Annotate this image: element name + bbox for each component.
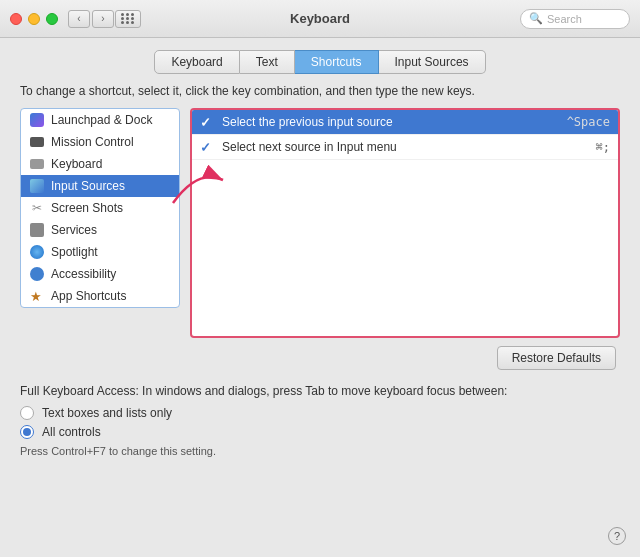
radio-option-text-boxes[interactable]: Text boxes and lists only bbox=[20, 406, 620, 420]
main-panel: Launchpad & Dock Mission Control Keyboar… bbox=[20, 108, 620, 338]
sidebar-item-label: Screen Shots bbox=[51, 201, 123, 215]
app-shortcuts-icon: ★ bbox=[29, 288, 45, 304]
traffic-lights bbox=[10, 13, 58, 25]
sidebar-item-label: Spotlight bbox=[51, 245, 98, 259]
sidebar-item-screenshots[interactable]: ✂ Screen Shots bbox=[21, 197, 179, 219]
search-bar[interactable]: 🔍 Search bbox=[520, 9, 630, 29]
shortcut-key-next: ⌘; bbox=[596, 140, 610, 154]
keyboard-icon bbox=[29, 156, 45, 172]
shortcut-key-prev: ^Space bbox=[567, 115, 610, 129]
sidebar-item-label: Mission Control bbox=[51, 135, 134, 149]
grid-button[interactable] bbox=[115, 10, 141, 28]
screenshots-icon: ✂ bbox=[29, 200, 45, 216]
search-icon: 🔍 bbox=[529, 12, 543, 25]
sidebar-item-label: Services bbox=[51, 223, 97, 237]
radio-label-text-boxes: Text boxes and lists only bbox=[42, 406, 172, 420]
back-button[interactable]: ‹ bbox=[68, 10, 90, 28]
sidebar-item-mission-control[interactable]: Mission Control bbox=[21, 131, 179, 153]
accessibility-icon bbox=[29, 266, 45, 282]
fka-title: Full Keyboard Access: In windows and dia… bbox=[20, 384, 620, 398]
restore-btn-row: Restore Defaults bbox=[20, 346, 620, 370]
close-button[interactable] bbox=[10, 13, 22, 25]
radio-option-all-controls[interactable]: All controls bbox=[20, 425, 620, 439]
instruction-text: To change a shortcut, select it, click t… bbox=[20, 84, 620, 98]
help-button[interactable]: ? bbox=[608, 527, 626, 545]
sidebar-item-label: Launchpad & Dock bbox=[51, 113, 152, 127]
radio-text-boxes[interactable] bbox=[20, 406, 34, 420]
sidebar-item-label: Accessibility bbox=[51, 267, 116, 281]
tab-text[interactable]: Text bbox=[240, 50, 295, 74]
title-bar: ‹ › Keyboard 🔍 Search bbox=[0, 0, 640, 38]
shortcut-checkbox-next[interactable]: ✓ bbox=[200, 140, 214, 154]
radio-label-all-controls: All controls bbox=[42, 425, 101, 439]
shortcut-checkbox-prev[interactable]: ✓ bbox=[200, 115, 214, 129]
tab-bar: Keyboard Text Shortcuts Input Sources bbox=[20, 50, 620, 74]
shortcuts-panel: ✓ Select the previous input source ^Spac… bbox=[190, 108, 620, 338]
grid-icon bbox=[121, 13, 135, 24]
fka-note: Press Control+F7 to change this setting. bbox=[20, 445, 620, 457]
search-placeholder: Search bbox=[547, 13, 582, 25]
sidebar-item-keyboard[interactable]: Keyboard bbox=[21, 153, 179, 175]
sidebar-item-input-sources[interactable]: Input Sources bbox=[21, 175, 179, 197]
minimize-button[interactable] bbox=[28, 13, 40, 25]
sidebar-item-launchpad[interactable]: Launchpad & Dock bbox=[21, 109, 179, 131]
sidebar-item-label: Input Sources bbox=[51, 179, 125, 193]
tab-shortcuts[interactable]: Shortcuts bbox=[295, 50, 379, 74]
forward-button[interactable]: › bbox=[92, 10, 114, 28]
restore-defaults-button[interactable]: Restore Defaults bbox=[497, 346, 616, 370]
radio-inner-dot bbox=[23, 428, 31, 436]
fka-section: Full Keyboard Access: In windows and dia… bbox=[20, 384, 620, 457]
services-icon bbox=[29, 222, 45, 238]
sidebar-item-app-shortcuts[interactable]: ★ App Shortcuts bbox=[21, 285, 179, 307]
shortcut-row-prev[interactable]: ✓ Select the previous input source ^Spac… bbox=[192, 110, 618, 135]
input-sources-icon bbox=[29, 178, 45, 194]
sidebar-item-accessibility[interactable]: Accessibility bbox=[21, 263, 179, 285]
shortcut-row-next[interactable]: ✓ Select next source in Input menu ⌘; bbox=[192, 135, 618, 160]
nav-buttons: ‹ › bbox=[68, 10, 114, 28]
window-title: Keyboard bbox=[290, 11, 350, 26]
zoom-button[interactable] bbox=[46, 13, 58, 25]
shortcut-label-next: Select next source in Input menu bbox=[222, 140, 588, 154]
sidebar-item-label: Keyboard bbox=[51, 157, 102, 171]
mission-control-icon bbox=[29, 134, 45, 150]
sidebar-item-label: App Shortcuts bbox=[51, 289, 126, 303]
sidebar-item-services[interactable]: Services bbox=[21, 219, 179, 241]
sidebar-item-spotlight[interactable]: Spotlight bbox=[21, 241, 179, 263]
launchpad-icon bbox=[29, 112, 45, 128]
tab-keyboard[interactable]: Keyboard bbox=[154, 50, 239, 74]
content-area: Keyboard Text Shortcuts Input Sources To… bbox=[0, 38, 640, 467]
spotlight-icon bbox=[29, 244, 45, 260]
sidebar-container: Launchpad & Dock Mission Control Keyboar… bbox=[20, 108, 180, 338]
shortcut-label-prev: Select the previous input source bbox=[222, 115, 559, 129]
tab-input-sources[interactable]: Input Sources bbox=[379, 50, 486, 74]
sidebar-list: Launchpad & Dock Mission Control Keyboar… bbox=[20, 108, 180, 308]
radio-all-controls[interactable] bbox=[20, 425, 34, 439]
